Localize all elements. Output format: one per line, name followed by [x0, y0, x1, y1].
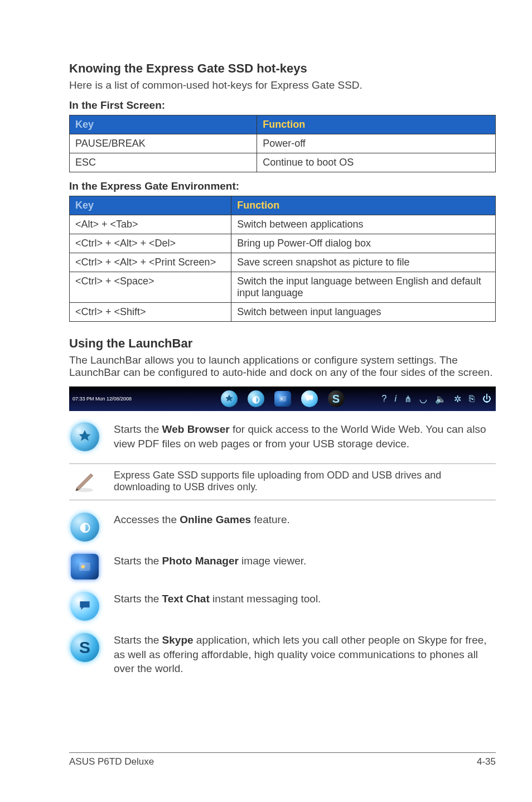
photo-manager-icon: [69, 554, 100, 579]
text-pre: Starts the: [114, 634, 162, 646]
text-bold: Text Chat: [162, 593, 210, 605]
table-row: <Alt> + <Tab>Switch between applications: [70, 215, 496, 234]
web-browser-icon: [221, 390, 238, 407]
photo-manager-icon: [274, 391, 291, 407]
subheading-first-screen: In the First Screen:: [69, 99, 496, 112]
heading-launchbar: Using the LaunchBar: [69, 336, 496, 351]
launchbar-intro: The LaunchBar allows you to launch appli…: [69, 354, 496, 379]
skype-icon: S: [328, 390, 345, 407]
text-pre: Starts the: [114, 423, 162, 435]
text-bold: Skype: [162, 634, 194, 646]
text-pre: Accesses the: [114, 514, 180, 525]
help-icon: ?: [382, 394, 387, 404]
th-key: Key: [70, 115, 257, 134]
cell-key: <Ctrl> + <Alt> + <Del>: [70, 234, 231, 253]
text-post: feature.: [251, 514, 290, 525]
cell-function: Power-off: [257, 134, 496, 153]
entry-skype: S Starts the Skype application, which le…: [69, 633, 496, 676]
text-chat-icon: [301, 390, 318, 407]
exit-icon: ⎘: [469, 394, 475, 404]
pencil-icon: [69, 470, 100, 494]
entry-web-browser: Starts the Web Browser for quick access …: [69, 422, 496, 451]
footer-left: ASUS P6TD Deluxe: [69, 756, 154, 767]
cell-function: Continue to boot OS: [257, 153, 496, 172]
page-footer: ASUS P6TD Deluxe 4-35: [69, 752, 496, 767]
table-row: PAUSE/BREAK Power-off: [70, 134, 496, 153]
cell-function: Switch between applications: [231, 215, 496, 234]
entry-photo-manager: Starts the Photo Manager image viewer.: [69, 554, 496, 579]
text-bold: Web Browser: [162, 423, 230, 435]
cell-key: <Ctrl> + <Space>: [70, 272, 231, 303]
text-bold: Photo Manager: [162, 555, 239, 567]
entry-text: Starts the Skype application, which lets…: [114, 633, 496, 676]
launchbar-center-icons: ◐ S: [221, 390, 345, 407]
cell-key: <Ctrl> + <Alt> + <Print Screen>: [70, 253, 231, 272]
subheading-express-env: In the Express Gate Environment:: [69, 180, 496, 192]
entry-text: Starts the Text Chat instant messaging t…: [114, 592, 496, 606]
power-icon: ⏻: [482, 394, 491, 404]
cell-function: Save screen snapshot as picture to file: [231, 253, 496, 272]
table-row: ESC Continue to boot OS: [70, 153, 496, 172]
online-games-icon: ◐: [69, 513, 100, 542]
skype-icon: S: [69, 633, 100, 662]
note-text: Express Gate SSD supports file uploading…: [114, 470, 496, 494]
entry-text: Starts the Web Browser for quick access …: [114, 422, 496, 451]
cell-function: Switch between input languages: [231, 303, 496, 322]
svg-point-1: [280, 398, 283, 400]
table-row: <Ctrl> + <Shift>Switch between input lan…: [70, 303, 496, 322]
th-function: Function: [257, 115, 496, 134]
entry-text: Accesses the Online Games feature.: [114, 513, 496, 527]
cell-function: Switch the input language between Englis…: [231, 272, 496, 303]
table-first-screen: Key Function PAUSE/BREAK Power-off ESC C…: [69, 115, 496, 172]
info-icon: i: [394, 394, 396, 404]
entry-online-games: ◐ Accesses the Online Games feature.: [69, 513, 496, 542]
entry-text: Starts the Photo Manager image viewer.: [114, 554, 496, 568]
cell-key: <Ctrl> + <Shift>: [70, 303, 231, 322]
wifi-icon: ◡: [419, 394, 427, 404]
footer-right: 4-35: [477, 756, 496, 767]
text-post: image viewer.: [239, 555, 306, 567]
text-bold: Online Games: [180, 514, 251, 525]
text-pre: Starts the: [114, 555, 162, 567]
text-pre: Starts the: [114, 593, 162, 605]
launchbar-time: 07:33 PM Mon 12/08/2008: [69, 397, 132, 402]
launchbar-tray: ? i ⋔ ◡ 🔈 ✲ ⎘ ⏻: [382, 394, 491, 404]
online-games-icon: ◐: [248, 390, 264, 407]
usb-icon: ⋔: [404, 394, 412, 404]
launchbar-screenshot: 07:33 PM Mon 12/08/2008 ◐ S ? i ⋔ ◡ 🔈 ✲ …: [69, 386, 496, 411]
table-express-env: Key Function <Alt> + <Tab>Switch between…: [69, 196, 496, 322]
th-function: Function: [231, 196, 496, 215]
cell-function: Bring up Power-Off dialog box: [231, 234, 496, 253]
intro-text: Here is a list of common-used hot-keys f…: [69, 79, 496, 91]
cell-key: <Alt> + <Tab>: [70, 215, 231, 234]
table-row: <Ctrl> + <Space>Switch the input languag…: [70, 272, 496, 303]
cell-key: PAUSE/BREAK: [70, 134, 257, 153]
settings-icon: ✲: [454, 394, 461, 404]
text-post: instant messaging tool.: [210, 593, 321, 605]
svg-point-4: [81, 565, 85, 569]
table-row: <Ctrl> + <Alt> + <Print Screen>Save scre…: [70, 253, 496, 272]
volume-icon: 🔈: [435, 394, 446, 404]
heading-hotkeys: Knowing the Express Gate SSD hot-keys: [69, 61, 496, 76]
th-key: Key: [70, 196, 231, 215]
web-browser-icon: [69, 422, 100, 451]
note-box: Express Gate SSD supports file uploading…: [69, 463, 496, 500]
cell-key: ESC: [70, 153, 257, 172]
text-chat-icon: [69, 592, 100, 621]
table-row: <Ctrl> + <Alt> + <Del>Bring up Power-Off…: [70, 234, 496, 253]
entry-text-chat: Starts the Text Chat instant messaging t…: [69, 592, 496, 621]
